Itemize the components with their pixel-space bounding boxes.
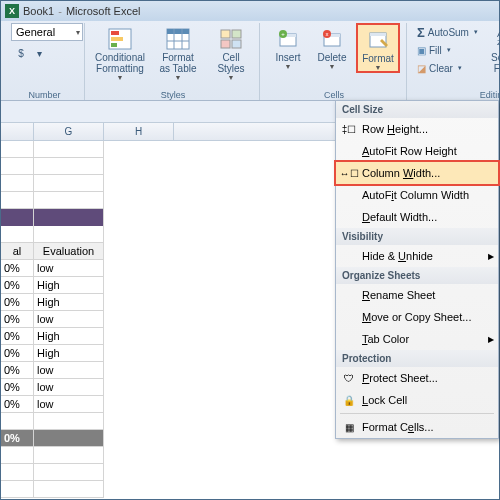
- number-format-select[interactable]: General: [11, 23, 83, 41]
- cell[interactable]: 0%: [1, 362, 33, 379]
- cell-styles-button[interactable]: Cell Styles▼: [209, 23, 253, 82]
- cell[interactable]: low: [34, 311, 103, 328]
- menu-autofit-col[interactable]: AutoFit Column Width: [336, 184, 498, 206]
- cell[interactable]: [1, 141, 33, 158]
- cell[interactable]: [34, 209, 103, 226]
- cell[interactable]: [34, 413, 103, 430]
- cell[interactable]: [34, 141, 103, 158]
- sigma-icon: Σ: [417, 25, 425, 40]
- menu-lock-cell[interactable]: 🔒Lock Cell: [336, 389, 498, 411]
- protect-icon: 🛡: [340, 370, 358, 386]
- row-height-icon: ‡☐: [340, 121, 358, 137]
- cell[interactable]: Evaluation: [34, 243, 103, 260]
- cell[interactable]: [34, 447, 103, 464]
- cell[interactable]: 0%: [1, 345, 33, 362]
- cell[interactable]: [1, 158, 33, 175]
- format-button[interactable]: Format▼: [356, 23, 400, 73]
- conditional-formatting-button[interactable]: Conditional Formatting▼: [93, 23, 147, 82]
- svg-rect-9: [221, 30, 230, 38]
- svg-rect-3: [111, 43, 117, 47]
- menu-row-height[interactable]: ‡☐Row Height...: [336, 118, 498, 140]
- cell[interactable]: [1, 192, 33, 209]
- cell[interactable]: 0%: [1, 328, 33, 345]
- cell[interactable]: [1, 209, 33, 226]
- svg-text:+: +: [281, 31, 285, 37]
- cell[interactable]: 0%: [1, 311, 33, 328]
- svg-rect-1: [111, 31, 119, 35]
- eraser-icon: ◪: [417, 63, 426, 74]
- excel-icon: X: [5, 4, 19, 18]
- group-cells: Cells: [262, 90, 406, 100]
- format-as-table-button[interactable]: Format as Table▼: [151, 23, 205, 82]
- title-sep: -: [58, 5, 62, 17]
- menu-default-width[interactable]: Default Width...: [336, 206, 498, 228]
- sort-filter-button[interactable]: AZ Sort & Filter▼: [484, 23, 500, 82]
- cell[interactable]: low: [34, 260, 103, 277]
- delete-button[interactable]: x Delete▼: [312, 23, 352, 71]
- cell[interactable]: 0%: [1, 277, 33, 294]
- format-cells-icon: ▦: [340, 419, 358, 435]
- cell[interactable]: [34, 464, 103, 481]
- menu-section-protection: Protection: [336, 350, 498, 367]
- cell[interactable]: [34, 175, 103, 192]
- group-styles: Styles: [87, 90, 259, 100]
- cell[interactable]: low: [34, 396, 103, 413]
- menu-protect-sheet[interactable]: 🛡Protect Sheet...: [336, 367, 498, 389]
- menu-section-organize: Organize Sheets: [336, 267, 498, 284]
- cell[interactable]: 0%: [1, 260, 33, 277]
- title-bar: X Book1 - Microsoft Excel: [1, 1, 499, 21]
- menu-format-cells[interactable]: ▦Format Cells...: [336, 416, 498, 438]
- group-number: Number: [5, 90, 84, 100]
- group-editing: Editing: [409, 90, 500, 100]
- svg-rect-5: [167, 29, 189, 34]
- cell[interactable]: [34, 192, 103, 209]
- currency-icon[interactable]: $: [11, 43, 31, 63]
- doc-title: Book1: [23, 5, 54, 17]
- cell[interactable]: [34, 430, 103, 447]
- percent-icon[interactable]: ▾: [32, 43, 46, 63]
- col-width-icon: ↔☐: [340, 165, 358, 181]
- insert-button[interactable]: + Insert▼: [268, 23, 308, 71]
- cell[interactable]: [34, 481, 103, 498]
- cell[interactable]: low: [34, 379, 103, 396]
- cell[interactable]: 0%: [1, 430, 33, 447]
- svg-rect-10: [232, 30, 241, 38]
- cell[interactable]: [1, 226, 33, 243]
- clear-button[interactable]: ◪Clear▾: [415, 59, 480, 77]
- fill-button[interactable]: ▣Fill▾: [415, 41, 480, 59]
- cell[interactable]: [34, 158, 103, 175]
- menu-rename-sheet[interactable]: Rename Sheet: [336, 284, 498, 306]
- svg-text:x: x: [326, 31, 329, 37]
- cell[interactable]: low: [34, 362, 103, 379]
- cell[interactable]: [1, 175, 33, 192]
- menu-column-width[interactable]: ↔☐Column Width...: [336, 162, 498, 184]
- cell[interactable]: High: [34, 345, 103, 362]
- cell[interactable]: [1, 464, 33, 481]
- cell[interactable]: 0%: [1, 379, 33, 396]
- menu-section-visibility: Visibility: [336, 228, 498, 245]
- format-dropdown-menu: Cell Size ‡☐Row Height... AutoFit Row He…: [335, 100, 499, 439]
- col-header[interactable]: H: [104, 123, 174, 140]
- cell[interactable]: [1, 447, 33, 464]
- cell[interactable]: [1, 481, 33, 498]
- autosum-button[interactable]: ΣAutoSum▾: [415, 23, 480, 41]
- menu-move-copy[interactable]: Move or Copy Sheet...: [336, 306, 498, 328]
- cell[interactable]: al: [1, 243, 33, 260]
- col-header[interactable]: G: [34, 123, 104, 140]
- cell[interactable]: High: [34, 277, 103, 294]
- svg-rect-11: [221, 40, 230, 48]
- app-title: Microsoft Excel: [66, 5, 141, 17]
- menu-hide-unhide[interactable]: Hide & Unhide▶: [336, 245, 498, 267]
- menu-tab-color[interactable]: Tab Color▶: [336, 328, 498, 350]
- cell[interactable]: 0%: [1, 294, 33, 311]
- svg-rect-12: [232, 40, 241, 48]
- cell[interactable]: [34, 226, 103, 243]
- cell[interactable]: High: [34, 294, 103, 311]
- cell[interactable]: High: [34, 328, 103, 345]
- lock-icon: 🔒: [340, 392, 358, 408]
- cell[interactable]: 0%: [1, 396, 33, 413]
- menu-autofit-row[interactable]: AutoFit Row Height: [336, 140, 498, 162]
- fill-icon: ▣: [417, 45, 426, 56]
- ribbon: General $ ▾ Number Conditional Formattin…: [1, 21, 499, 101]
- cell[interactable]: [1, 413, 33, 430]
